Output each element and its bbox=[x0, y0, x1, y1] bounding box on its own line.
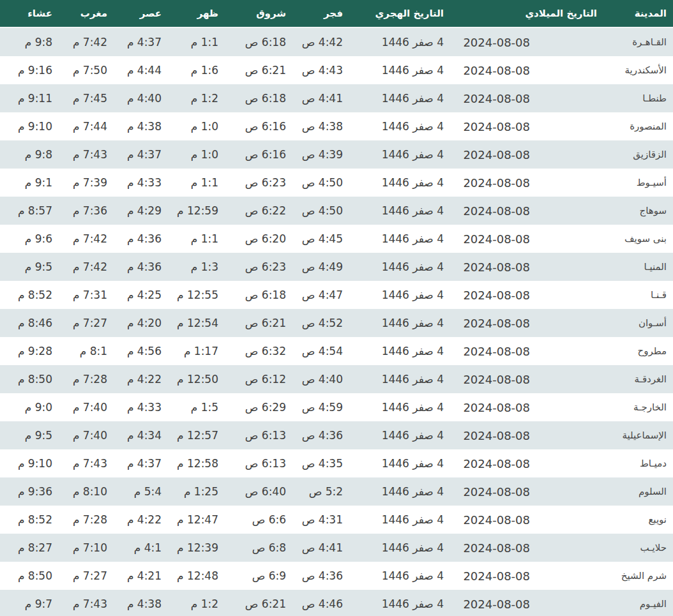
cell-hijri-date: 4 صفر 1446 bbox=[349, 27, 450, 56]
table-row: سوهاج 2024-08-08 4 صفر 1446 4:50 ص 6:22 … bbox=[0, 197, 673, 225]
cell-fajr: 4:41 ص bbox=[292, 84, 349, 112]
cell-isha: 9:10 م bbox=[0, 449, 59, 477]
cell-hijri-date: 4 صفر 1446 bbox=[349, 477, 450, 506]
table-row: دميـاط 2024-08-08 4 صفر 1446 4:35 ص 6:13… bbox=[0, 449, 673, 477]
cell-maghrib: 7:43 م bbox=[59, 140, 114, 169]
cell-sunrise: 6:18 ص bbox=[225, 27, 292, 56]
cell-fajr: 4:40 ص bbox=[292, 365, 349, 393]
cell-maghrib: 7:27 م bbox=[59, 562, 114, 590]
cell-sunrise: 6:9 ص bbox=[225, 562, 292, 590]
cell-maghrib: 7:42 م bbox=[59, 225, 114, 253]
cell-asr: 4:20 م bbox=[114, 309, 168, 337]
cell-isha: 8:52 م bbox=[0, 506, 59, 534]
cell-sunrise: 6:13 ص bbox=[225, 421, 292, 449]
cell-maghrib: 7:43 م bbox=[59, 449, 114, 477]
column-header-sunrise: شروق bbox=[225, 0, 292, 27]
cell-asr: 4:29 م bbox=[114, 197, 168, 225]
cell-dhuhr: 1:2 م bbox=[168, 590, 225, 616]
cell-sunrise: 6:22 ص bbox=[225, 197, 292, 225]
table-row: السلوم 2024-08-08 4 صفر 1446 5:2 ص 6:40 … bbox=[0, 477, 673, 506]
cell-hijri-date: 4 صفر 1446 bbox=[349, 365, 450, 393]
cell-asr: 4:33 م bbox=[114, 169, 168, 197]
table-row: القـاهـرة 2024-08-08 4 صفر 1446 4:42 ص 6… bbox=[0, 27, 673, 56]
cell-isha: 8:46 م bbox=[0, 309, 59, 337]
cell-gregorian-date: 2024-08-08 bbox=[450, 506, 603, 534]
cell-fajr: 4:46 ص bbox=[292, 590, 349, 616]
column-header-dhuhr: ظهر bbox=[168, 0, 225, 27]
cell-hijri-date: 4 صفر 1446 bbox=[349, 421, 450, 449]
cell-fajr: 4:45 ص bbox=[292, 225, 349, 253]
cell-hijri-date: 4 صفر 1446 bbox=[349, 225, 450, 253]
cell-sunrise: 6:40 ص bbox=[225, 477, 292, 506]
cell-isha: 9:1 م bbox=[0, 169, 59, 197]
cell-sunrise: 6:6 ص bbox=[225, 506, 292, 534]
cell-asr: 4:56 م bbox=[114, 337, 168, 365]
table-row: حلايـب 2024-08-08 4 صفر 1446 4:41 ص 6:8 … bbox=[0, 534, 673, 562]
cell-sunrise: 6:16 ص bbox=[225, 112, 292, 140]
cell-sunrise: 6:29 ص bbox=[225, 393, 292, 421]
cell-hijri-date: 4 صفر 1446 bbox=[349, 449, 450, 477]
table-body: القـاهـرة 2024-08-08 4 صفر 1446 4:42 ص 6… bbox=[0, 27, 673, 616]
cell-city: الغردقـة bbox=[603, 365, 673, 393]
cell-dhuhr: 12:58 م bbox=[168, 449, 225, 477]
cell-city: سوهاج bbox=[603, 197, 673, 225]
cell-fajr: 4:38 ص bbox=[292, 112, 349, 140]
cell-city: بنى سويف bbox=[603, 225, 673, 253]
cell-asr: 5:4 م bbox=[114, 477, 168, 506]
cell-fajr: 4:50 ص bbox=[292, 169, 349, 197]
cell-hijri-date: 4 صفر 1446 bbox=[349, 590, 450, 616]
cell-isha: 8:50 م bbox=[0, 562, 59, 590]
cell-isha: 9:5 م bbox=[0, 253, 59, 281]
cell-city: حلايـب bbox=[603, 534, 673, 562]
cell-city: الإسماعيلية bbox=[603, 421, 673, 449]
cell-maghrib: 7:42 م bbox=[59, 253, 114, 281]
cell-sunrise: 6:18 ص bbox=[225, 281, 292, 309]
cell-fajr: 4:36 ص bbox=[292, 562, 349, 590]
cell-city: أسيـوط bbox=[603, 169, 673, 197]
column-header-gregorian-date: التاريخ الميلادي bbox=[450, 0, 603, 27]
cell-sunrise: 6:20 ص bbox=[225, 225, 292, 253]
cell-dhuhr: 1:0 م bbox=[168, 140, 225, 169]
cell-dhuhr: 12:48 م bbox=[168, 562, 225, 590]
cell-hijri-date: 4 صفر 1446 bbox=[349, 112, 450, 140]
cell-isha: 8:27 م bbox=[0, 534, 59, 562]
cell-asr: 4:22 م bbox=[114, 506, 168, 534]
table-row: الخارجـة 2024-08-08 4 صفر 1446 4:59 ص 6:… bbox=[0, 393, 673, 421]
cell-dhuhr: 1:25 م bbox=[168, 477, 225, 506]
cell-asr: 4:36 م bbox=[114, 225, 168, 253]
cell-gregorian-date: 2024-08-08 bbox=[450, 534, 603, 562]
table-row: بنى سويف 2024-08-08 4 صفر 1446 4:45 ص 6:… bbox=[0, 225, 673, 253]
cell-gregorian-date: 2024-08-08 bbox=[450, 449, 603, 477]
cell-isha: 9:36 م bbox=[0, 477, 59, 506]
cell-city: المنصورة bbox=[603, 112, 673, 140]
cell-isha: 9:10 م bbox=[0, 112, 59, 140]
cell-maghrib: 7:44 م bbox=[59, 112, 114, 140]
column-header-asr: عصر bbox=[114, 0, 168, 27]
cell-fajr: 4:47 ص bbox=[292, 281, 349, 309]
cell-gregorian-date: 2024-08-08 bbox=[450, 590, 603, 616]
cell-hijri-date: 4 صفر 1446 bbox=[349, 337, 450, 365]
cell-asr: 4:25 م bbox=[114, 281, 168, 309]
cell-city: القـاهـرة bbox=[603, 27, 673, 56]
cell-fajr: 4:49 ص bbox=[292, 253, 349, 281]
cell-isha: 9:11 م bbox=[0, 84, 59, 112]
table-row: طنطـا 2024-08-08 4 صفر 1446 4:41 ص 6:18 … bbox=[0, 84, 673, 112]
cell-hijri-date: 4 صفر 1446 bbox=[349, 281, 450, 309]
cell-dhuhr: 12:59 م bbox=[168, 197, 225, 225]
cell-maghrib: 7:28 م bbox=[59, 365, 114, 393]
cell-dhuhr: 1:1 م bbox=[168, 27, 225, 56]
cell-city: قـنـا bbox=[603, 281, 673, 309]
cell-city: السلوم bbox=[603, 477, 673, 506]
cell-asr: 4:22 م bbox=[114, 365, 168, 393]
cell-dhuhr: 1:6 م bbox=[168, 56, 225, 84]
cell-maghrib: 7:45 م bbox=[59, 84, 114, 112]
cell-isha: 8:57 م bbox=[0, 197, 59, 225]
cell-isha: 8:52 م bbox=[0, 281, 59, 309]
cell-fajr: 4:54 ص bbox=[292, 337, 349, 365]
cell-asr: 4:38 م bbox=[114, 590, 168, 616]
cell-sunrise: 6:21 ص bbox=[225, 590, 292, 616]
cell-isha: 9:8 م bbox=[0, 140, 59, 169]
cell-fajr: 4:43 ص bbox=[292, 56, 349, 84]
cell-city: نويبع bbox=[603, 506, 673, 534]
cell-isha: 9:7 م bbox=[0, 590, 59, 616]
